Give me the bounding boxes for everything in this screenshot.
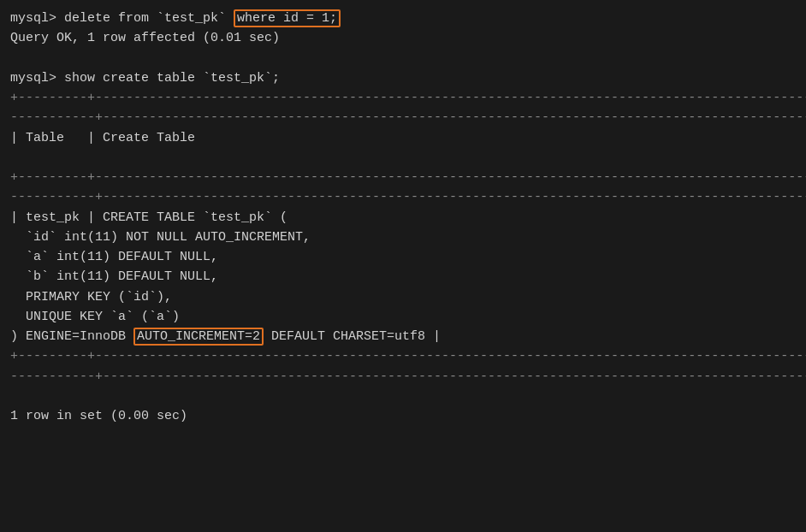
separator-bot-1: +---------+-----------------------------… <box>10 346 796 366</box>
table-row-3: `a` int(11) DEFAULT NULL, <box>10 247 796 267</box>
command-text-before-1: delete from `test_pk` <box>64 11 234 26</box>
prompt-1: mysql> <box>10 11 64 26</box>
blank-line-3 <box>10 49 796 68</box>
table-row-2: `id` int(11) NOT NULL AUTO_INCREMENT, <box>10 228 796 247</box>
table-header: | Table | Create Table <box>10 128 796 148</box>
blank-line-final <box>10 387 796 406</box>
separator-mid-1: +---------+-----------------------------… <box>10 168 796 187</box>
highlight-auto-increment: AUTO_INCREMENT=2 <box>133 328 264 346</box>
command-line-1: mysql> delete from `test_pk` where id = … <box>10 9 796 28</box>
output-line-2: Query OK, 1 row affected (0.01 sec) <box>10 28 796 48</box>
highlight-where-clause: where id = 1; <box>234 9 341 27</box>
engine-after: DEFAULT CHARSET=utf8 | <box>264 329 441 344</box>
engine-line: ) ENGINE=InnoDB AUTO_INCREMENT=2 DEFAULT… <box>10 327 796 346</box>
separator-top-1: +---------+-----------------------------… <box>10 88 796 108</box>
table-row-6: UNIQUE KEY `a` (`a`) <box>10 307 796 327</box>
terminal-window: mysql> delete from `test_pk` where id = … <box>10 9 796 532</box>
table-row-1: | test_pk | CREATE TABLE `test_pk` ( <box>10 208 796 228</box>
blank-line-header <box>10 148 796 168</box>
command-line-4: mysql> show create table `test_pk`; <box>10 68 796 88</box>
separator-mid-2: -----------+----------------------------… <box>10 187 796 207</box>
separator-bot-2: -----------+----------------------------… <box>10 367 796 387</box>
table-row-5: PRIMARY KEY (`id`), <box>10 287 796 307</box>
engine-before: ) ENGINE=InnoDB <box>10 329 133 344</box>
table-row-4: `b` int(11) DEFAULT NULL, <box>10 267 796 287</box>
separator-top-2: -----------+----------------------------… <box>10 108 796 127</box>
final-output: 1 row in set (0.00 sec) <box>10 406 796 426</box>
